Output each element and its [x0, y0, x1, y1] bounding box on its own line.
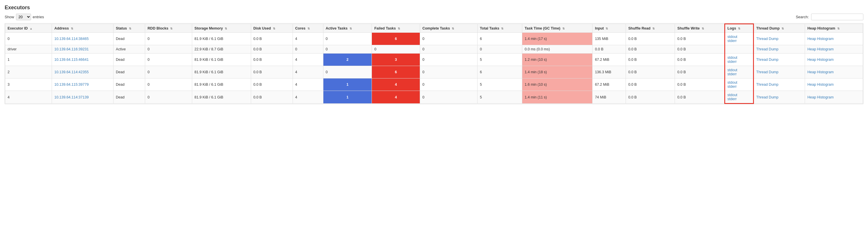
- heap-histogram-link[interactable]: Heap Histogram: [807, 95, 833, 99]
- task-time: 1.4 min (18 s): [525, 70, 547, 74]
- col-header-address[interactable]: Address ⇅: [52, 24, 114, 33]
- thread-dump-link[interactable]: Thread Dump: [756, 37, 778, 41]
- col-header-heap-histogram[interactable]: Heap Histogram ⇅: [805, 24, 863, 33]
- total-tasks: 6: [480, 70, 482, 74]
- col-header-logs[interactable]: Logs ⇅: [724, 24, 753, 33]
- total-tasks: 6: [480, 37, 482, 41]
- col-header-executor-id[interactable]: Executor ID ▲: [5, 24, 52, 33]
- heap-histogram-link[interactable]: Heap Histogram: [807, 37, 833, 41]
- col-header-input[interactable]: Input ⇅: [592, 24, 626, 33]
- sort-icon-address: ⇅: [71, 27, 73, 30]
- col-header-shuffle-write[interactable]: Shuffle Write ⇅: [675, 24, 724, 33]
- log-link-stdout[interactable]: stdout: [727, 55, 737, 60]
- complete-tasks: 0: [423, 70, 425, 74]
- shuffle-read: 0.0 B: [628, 47, 637, 51]
- col-header-task-time[interactable]: Task Time (GC Time) ⇅: [522, 24, 592, 33]
- heap-histogram-link[interactable]: Heap Histogram: [807, 58, 833, 62]
- address-link[interactable]: 10.139.64.114:38465: [54, 37, 89, 41]
- rdd-blocks: 0: [148, 95, 150, 99]
- col-header-failed-tasks[interactable]: Failed Tasks ⇅: [372, 24, 420, 33]
- table-controls: Show 20 10 50 100 entries Search:: [5, 13, 863, 20]
- col-header-total-tasks[interactable]: Total Tasks ⇅: [477, 24, 522, 33]
- table-header-row: Executor ID ▲ Address ⇅ Status ⇅ RDD Blo…: [5, 24, 863, 33]
- disk-used: 0.0 B: [253, 37, 262, 41]
- col-header-cores[interactable]: Cores ⇅: [292, 24, 323, 33]
- log-link-stdout[interactable]: stdout: [727, 80, 737, 84]
- shuffle-write: 0.0 B: [677, 37, 686, 41]
- task-time: 0.0 ms (0.0 ms): [525, 47, 550, 51]
- failed-tasks: 6: [395, 70, 397, 74]
- thread-dump-link[interactable]: Thread Dump: [756, 82, 778, 86]
- task-time: 1.4 min (11 s): [525, 95, 547, 99]
- active-tasks: 0: [326, 37, 328, 41]
- thread-dump-link[interactable]: Thread Dump: [756, 47, 778, 51]
- thread-dump-link[interactable]: Thread Dump: [756, 58, 778, 62]
- col-header-active-tasks[interactable]: Active Tasks ⇅: [323, 24, 372, 33]
- col-header-disk-used[interactable]: Disk Used ⇅: [251, 24, 292, 33]
- task-time: 1.6 min (10 s): [525, 82, 547, 86]
- entries-label: entries: [33, 15, 44, 19]
- executor-id: 3: [7, 82, 9, 86]
- complete-tasks: 0: [423, 47, 425, 51]
- table-row: driver10.139.64.116:39231Active022.9 KiB…: [5, 45, 863, 53]
- table-row: 410.139.64.114:37139Dead081.9 KiB / 6.1 …: [5, 91, 863, 104]
- log-link-stderr[interactable]: stderr: [727, 97, 737, 101]
- status: Active: [116, 47, 126, 51]
- log-link-stderr[interactable]: stderr: [727, 39, 737, 43]
- failed-tasks: 0: [374, 47, 376, 51]
- search-label: Search:: [796, 15, 809, 19]
- log-link-stdout[interactable]: stdout: [727, 68, 737, 72]
- input: 67.2 MiB: [595, 58, 609, 62]
- heap-histogram-link[interactable]: Heap Histogram: [807, 70, 833, 74]
- col-header-storage-memory[interactable]: Storage Memory ⇅: [192, 24, 251, 33]
- input: 136.3 MiB: [595, 70, 611, 74]
- rdd-blocks: 0: [148, 37, 150, 41]
- col-header-thread-dump[interactable]: Thread Dump ⇅: [754, 24, 805, 33]
- log-link-stdout[interactable]: stdout: [727, 35, 737, 39]
- shuffle-read: 0.0 B: [628, 58, 637, 62]
- active-tasks: 0: [326, 70, 328, 74]
- storage-memory: 81.9 KiB / 6.1 GiB: [194, 95, 223, 99]
- rdd-blocks: 0: [148, 47, 150, 51]
- entries-select[interactable]: 20 10 50 100: [16, 13, 31, 20]
- executor-id: driver: [7, 47, 17, 51]
- executor-id: 1: [7, 58, 9, 62]
- log-link-stderr[interactable]: stderr: [727, 72, 737, 76]
- sort-icon-logs: ⇅: [738, 27, 740, 30]
- search-input[interactable]: [811, 13, 863, 20]
- complete-tasks: 0: [423, 95, 425, 99]
- total-tasks: 5: [480, 58, 482, 62]
- failed-tasks: 4: [395, 95, 397, 99]
- executors-table-wrapper: Executor ID ▲ Address ⇅ Status ⇅ RDD Blo…: [5, 23, 863, 104]
- col-header-complete-tasks[interactable]: Complete Tasks ⇅: [420, 24, 477, 33]
- failed-tasks: 6: [395, 37, 397, 41]
- active-tasks: 0: [326, 47, 328, 51]
- total-tasks: 5: [480, 95, 482, 99]
- log-link-stderr[interactable]: stderr: [727, 84, 737, 88]
- complete-tasks: 0: [423, 37, 425, 41]
- status: Dead: [116, 58, 125, 62]
- cores: 4: [295, 95, 297, 99]
- input: 0.0 B: [595, 47, 603, 51]
- log-link-stderr[interactable]: stderr: [727, 60, 737, 64]
- disk-used: 0.0 B: [253, 82, 262, 86]
- thread-dump-link[interactable]: Thread Dump: [756, 95, 778, 99]
- address-link[interactable]: 10.139.64.115:39779: [54, 82, 89, 86]
- col-header-rdd-blocks[interactable]: RDD Blocks ⇅: [145, 24, 192, 33]
- input: 67.2 MiB: [595, 82, 609, 86]
- address-link[interactable]: 10.139.64.114:37139: [54, 95, 89, 99]
- thread-dump-link[interactable]: Thread Dump: [756, 70, 778, 74]
- address-link[interactable]: 10.139.64.114:42355: [54, 70, 89, 74]
- sort-icon-active-tasks: ⇅: [349, 27, 352, 30]
- col-header-shuffle-read[interactable]: Shuffle Read ⇅: [626, 24, 675, 33]
- address-link[interactable]: 10.139.64.116:39231: [54, 47, 89, 51]
- col-header-status[interactable]: Status ⇅: [114, 24, 145, 33]
- heap-histogram-link[interactable]: Heap Histogram: [807, 47, 833, 51]
- shuffle-read: 0.0 B: [628, 70, 637, 74]
- address-link[interactable]: 10.139.64.115:46641: [54, 58, 89, 62]
- sort-icon-storage-memory: ⇅: [225, 27, 227, 30]
- log-link-stdout[interactable]: stdout: [727, 93, 737, 97]
- storage-memory: 81.9 KiB / 6.1 GiB: [194, 82, 223, 86]
- total-tasks: 0: [480, 47, 482, 51]
- heap-histogram-link[interactable]: Heap Histogram: [807, 82, 833, 86]
